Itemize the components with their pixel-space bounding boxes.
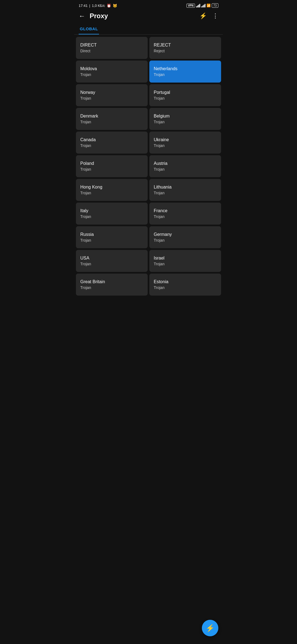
proxy-type-moldova: Trojan: [80, 72, 144, 77]
proxy-name-france: France: [154, 208, 217, 213]
proxy-card-poland[interactable]: PolandTrojan: [76, 155, 148, 177]
proxy-type-denmark: Trojan: [80, 120, 144, 124]
proxy-card-lithuania[interactable]: LithuaniaTrojan: [149, 179, 221, 201]
proxy-card-greatbritain[interactable]: Great BritainTrojan: [76, 274, 148, 296]
proxy-type-lithuania: Trojan: [154, 191, 217, 195]
proxy-type-poland: Trojan: [80, 167, 144, 171]
network-speed-value: 1,0 КБ/с: [92, 4, 105, 8]
proxy-card-hongkong[interactable]: Hong KongTrojan: [76, 179, 148, 201]
flash-button[interactable]: ⚡: [199, 12, 207, 20]
proxy-card-denmark[interactable]: DenmarkTrojan: [76, 108, 148, 130]
proxy-card-portugal[interactable]: PortugalTrojan: [149, 84, 221, 106]
network-speed: |: [89, 4, 90, 8]
proxy-type-canada: Trojan: [80, 143, 144, 148]
proxy-type-france: Trojan: [154, 214, 217, 219]
proxy-grid: DIRECTDirectREJECTRejectMoldovaTrojanNet…: [74, 35, 223, 298]
proxy-name-israel: Israel: [154, 256, 217, 261]
tab-bar: GLOBAL: [74, 24, 223, 35]
proxy-card-belgium[interactable]: BelgiumTrojan: [149, 108, 221, 130]
proxy-card-israel[interactable]: IsraelTrojan: [149, 250, 221, 272]
proxy-type-russia: Trojan: [80, 238, 144, 242]
proxy-name-germany: Germany: [154, 232, 217, 237]
wifi-icon: 📶: [207, 4, 211, 7]
proxy-name-austria: Austria: [154, 161, 217, 166]
proxy-name-hongkong: Hong Kong: [80, 185, 144, 190]
proxy-name-usa: USA: [80, 256, 144, 261]
proxy-type-ukraine: Trojan: [154, 143, 217, 148]
proxy-name-reject: REJECT: [154, 43, 217, 48]
proxy-name-portugal: Portugal: [154, 90, 217, 95]
signal-bars-2: [201, 4, 205, 7]
proxy-card-netherlands[interactable]: NetherlandsTrojan: [149, 61, 221, 83]
toolbar: ← Proxy ⚡ ⋮: [74, 10, 223, 24]
proxy-type-germany: Trojan: [154, 238, 217, 242]
proxy-card-germany[interactable]: GermanyTrojan: [149, 226, 221, 248]
cat-icon: 🐱: [113, 4, 117, 8]
status-right: VPN 📶 73: [186, 3, 218, 8]
battery-value: 73: [213, 4, 217, 7]
proxy-name-italy: Italy: [80, 208, 144, 213]
signal-bars-1: [196, 4, 200, 7]
proxy-type-norway: Trojan: [80, 96, 144, 100]
proxy-type-estonia: Trojan: [154, 285, 217, 290]
proxy-type-israel: Trojan: [154, 262, 217, 266]
proxy-card-usa[interactable]: USATrojan: [76, 250, 148, 272]
proxy-type-hongkong: Trojan: [80, 191, 144, 195]
proxy-name-lithuania: Lithuania: [154, 185, 217, 190]
battery-indicator: 73: [212, 3, 218, 8]
proxy-type-austria: Trojan: [154, 167, 217, 171]
proxy-name-direct: DIRECT: [80, 43, 144, 48]
status-bar: 17:41 | 1,0 КБ/с ⏰ 🐱 VPN 📶 73: [74, 0, 223, 10]
proxy-name-moldova: Moldova: [80, 66, 144, 71]
time-display: 17:41: [79, 4, 88, 8]
proxy-name-canada: Canada: [80, 137, 144, 142]
tab-global[interactable]: GLOBAL: [79, 24, 99, 34]
toolbar-icons: ⚡ ⋮: [199, 12, 218, 20]
proxy-card-france[interactable]: FranceTrojan: [149, 203, 221, 225]
proxy-name-poland: Poland: [80, 161, 144, 166]
proxy-type-reject: Reject: [154, 49, 217, 53]
vpn-badge: VPN: [186, 4, 195, 8]
proxy-name-estonia: Estonia: [154, 279, 217, 284]
more-button[interactable]: ⋮: [212, 12, 218, 20]
proxy-name-belgium: Belgium: [154, 114, 217, 119]
proxy-name-ukraine: Ukraine: [154, 137, 217, 142]
fab-button[interactable]: ⚡: [202, 620, 218, 636]
alarm-icon: ⏰: [107, 4, 111, 8]
proxy-card-austria[interactable]: AustriaTrojan: [149, 155, 221, 177]
proxy-card-italy[interactable]: ItalyTrojan: [76, 203, 148, 225]
proxy-type-direct: Direct: [80, 49, 144, 53]
proxy-name-netherlands: Netherlands: [154, 66, 217, 71]
proxy-card-canada[interactable]: CanadaTrojan: [76, 132, 148, 154]
proxy-type-usa: Trojan: [80, 262, 144, 266]
proxy-card-estonia[interactable]: EstoniaTrojan: [149, 274, 221, 296]
proxy-name-norway: Norway: [80, 90, 144, 95]
proxy-type-netherlands: Trojan: [154, 72, 217, 77]
proxy-card-moldova[interactable]: MoldovaTrojan: [76, 61, 148, 83]
proxy-type-italy: Trojan: [80, 214, 144, 219]
proxy-name-greatbritain: Great Britain: [80, 279, 144, 284]
proxy-card-ukraine[interactable]: UkraineTrojan: [149, 132, 221, 154]
proxy-card-reject[interactable]: REJECTReject: [149, 37, 221, 59]
proxy-name-denmark: Denmark: [80, 114, 144, 119]
proxy-card-russia[interactable]: RussiaTrojan: [76, 226, 148, 248]
proxy-type-greatbritain: Trojan: [80, 285, 144, 290]
status-left: 17:41 | 1,0 КБ/с ⏰ 🐱: [79, 4, 117, 8]
proxy-name-russia: Russia: [80, 232, 144, 237]
proxy-type-belgium: Trojan: [154, 120, 217, 124]
proxy-card-direct[interactable]: DIRECTDirect: [76, 37, 148, 59]
fab-flash-icon: ⚡: [206, 624, 215, 632]
proxy-type-portugal: Trojan: [154, 96, 217, 100]
proxy-card-norway[interactable]: NorwayTrojan: [76, 84, 148, 106]
page-title: Proxy: [90, 12, 195, 20]
back-button[interactable]: ←: [79, 12, 85, 20]
